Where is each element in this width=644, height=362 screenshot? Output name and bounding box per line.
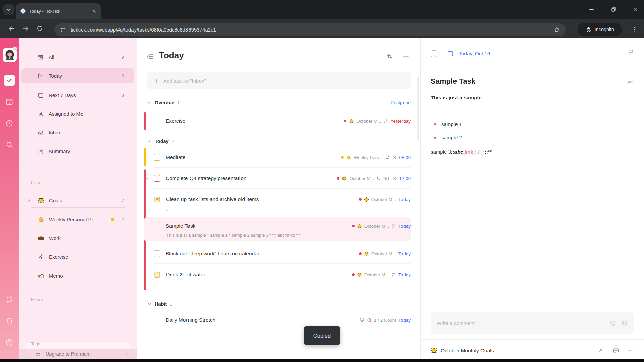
habit-progress-text: 1 / 2 Count bbox=[374, 318, 396, 323]
sidebar-list-weekly-personal[interactable]: Weekly Personal Pr... 2 bbox=[21, 212, 134, 227]
list-more-button[interactable] bbox=[402, 53, 409, 60]
sidebar-list-memo[interactable]: Memo bbox=[21, 268, 134, 283]
task-date: Yesterday bbox=[390, 119, 411, 124]
chevron-down-icon[interactable] bbox=[147, 302, 152, 306]
footer-list-name[interactable]: October Monthly Goals bbox=[441, 348, 494, 354]
comment-input[interactable]: Write a comment bbox=[431, 312, 634, 334]
rail-focus-button[interactable] bbox=[5, 119, 14, 128]
collapse-sidebar-button[interactable] bbox=[146, 53, 154, 60]
sidebar-item-summary[interactable]: Summary bbox=[21, 144, 134, 159]
markdown-line[interactable]: sample 3::abc[link]()*::** bbox=[431, 149, 492, 155]
tab-close-icon[interactable] bbox=[92, 9, 97, 14]
address-bar[interactable]: ticktick.com/webapp/#q/today/tasks/68f0a… bbox=[54, 23, 566, 36]
detail-checkbox[interactable] bbox=[431, 50, 437, 57]
sidebar-item-inbox[interactable]: Inbox bbox=[21, 125, 134, 140]
add-task-input[interactable]: Add task to "Inbox" bbox=[147, 72, 411, 89]
sidebar-list-goals[interactable]: Goals 7 bbox=[21, 193, 134, 208]
task-checkbox[interactable] bbox=[154, 118, 160, 124]
task-row-meditate[interactable]: Meditate Weekly Pers... 08:00 bbox=[144, 148, 411, 166]
comment-bubble-icon[interactable] bbox=[613, 348, 619, 354]
sidebar-item-count: 8 bbox=[121, 93, 124, 98]
sidebar-item-all[interactable]: All 9 bbox=[21, 50, 134, 64]
task-checkbox[interactable] bbox=[154, 175, 160, 182]
sidebar-list-exercise[interactable]: Exercise bbox=[21, 249, 134, 264]
format-icon[interactable] bbox=[598, 348, 604, 354]
task-row-habit[interactable]: Daily Morning Stretch 1 / 2 Count Today bbox=[144, 311, 411, 329]
reload-button[interactable] bbox=[35, 24, 44, 33]
task-row-blockout[interactable]: Block out "deep work" hours on calendar … bbox=[144, 245, 411, 263]
sort-button[interactable] bbox=[386, 53, 393, 60]
tab-search-button[interactable] bbox=[3, 4, 14, 15]
section-habit[interactable]: Habit 1 bbox=[147, 300, 411, 308]
task-title: Block out "deep work" hours on calendar bbox=[166, 251, 259, 257]
rail-help-button[interactable] bbox=[5, 338, 14, 347]
task-detail-panel: Today, Oct 16 Sample Task This is just a… bbox=[420, 38, 644, 359]
person-icon bbox=[38, 111, 44, 117]
upgrade-premium-button[interactable]: Upgrade to Premium bbox=[19, 349, 137, 359]
chevron-right-icon[interactable] bbox=[27, 198, 32, 203]
browser-tab[interactable]: Today - TickTick bbox=[16, 3, 101, 19]
list-star-icon bbox=[364, 197, 369, 202]
more-options-icon[interactable] bbox=[628, 348, 634, 354]
scrollbar-thumb[interactable] bbox=[417, 77, 419, 141]
sidebar-list-work[interactable]: Work bbox=[21, 231, 134, 245]
task-row-drink[interactable]: Drink 2L of water October M... Today bbox=[144, 265, 411, 284]
chevron-down-icon[interactable] bbox=[147, 139, 152, 144]
row-divider bbox=[154, 131, 411, 131]
task-checkbox[interactable] bbox=[154, 223, 160, 229]
window-minimize-button[interactable] bbox=[588, 6, 595, 13]
chevron-down-icon[interactable] bbox=[147, 100, 152, 105]
image-icon[interactable] bbox=[621, 320, 628, 326]
bullet-item[interactable]: sample 2 bbox=[434, 135, 462, 140]
priority-flag-button[interactable] bbox=[628, 49, 635, 56]
habit-checkbox[interactable] bbox=[154, 317, 160, 323]
url-text[interactable]: ticktick.com/webapp/#q/today/tasks/68f0a… bbox=[71, 27, 549, 33]
task-row-sample[interactable]: Sample Task October M... Today bbox=[144, 219, 411, 233]
detail-divider bbox=[421, 71, 644, 71]
browser-menu-button[interactable] bbox=[631, 26, 638, 33]
bell-icon bbox=[5, 317, 13, 325]
rail-sync-button[interactable] bbox=[5, 295, 14, 304]
postpone-link[interactable]: Postpone bbox=[391, 100, 411, 105]
task-description: This is just a sample * sample 1 * sampl… bbox=[166, 233, 401, 238]
sidebar-item-today[interactable]: Today 8 bbox=[21, 68, 134, 83]
task-checkbox[interactable] bbox=[154, 154, 160, 161]
task-detail-title[interactable]: Sample Task bbox=[431, 77, 475, 86]
emoji-icon[interactable] bbox=[610, 320, 616, 326]
task-row-q4[interactable]: Complete Q4 strategy presentation Octobe… bbox=[144, 169, 411, 187]
task-detail-subtitle[interactable]: This is just a sample bbox=[431, 95, 482, 101]
app-window: Today - TickTick ticktick.com/webapp/#q/… bbox=[0, 0, 644, 362]
forward-button[interactable] bbox=[21, 24, 30, 33]
ticktick-favicon bbox=[20, 8, 26, 14]
list-star-icon bbox=[342, 176, 347, 181]
sidebar-item-next7days[interactable]: Next 7 Days 8 bbox=[21, 87, 134, 102]
task-checkbox[interactable] bbox=[154, 250, 160, 257]
due-date-button[interactable]: Today, Oct 16 bbox=[459, 51, 490, 57]
section-overdue[interactable]: Overdue 1 Postpone bbox=[147, 99, 411, 107]
bullet-item[interactable]: sample 1 bbox=[434, 121, 462, 127]
window-close-button[interactable] bbox=[632, 6, 639, 13]
window-restore-button[interactable] bbox=[610, 6, 617, 13]
task-row-cleanup[interactable]: Clean up task lists and archive old item… bbox=[144, 190, 411, 208]
flag-icon bbox=[628, 49, 635, 56]
back-button[interactable] bbox=[7, 24, 16, 33]
rail-notifications-button[interactable] bbox=[5, 316, 14, 325]
section-label: Today bbox=[155, 139, 169, 144]
bookmark-star-icon[interactable] bbox=[554, 26, 560, 33]
expand-chevron-icon[interactable] bbox=[145, 176, 149, 180]
new-tab-button[interactable] bbox=[105, 5, 113, 13]
rail-tasks-button[interactable] bbox=[4, 75, 15, 86]
rail-calendar-button[interactable] bbox=[5, 97, 14, 106]
habit-title: Daily Morning Stretch bbox=[166, 317, 215, 323]
calendar-icon bbox=[5, 98, 13, 106]
outline-button[interactable] bbox=[627, 78, 634, 85]
list-star-icon bbox=[357, 272, 362, 277]
rail-search-button[interactable] bbox=[5, 140, 14, 149]
crown-icon bbox=[35, 351, 41, 357]
alarm-icon bbox=[392, 176, 397, 181]
task-row-exercise[interactable]: Exercise October M... Yesterday bbox=[144, 112, 411, 130]
section-today[interactable]: Today 7 bbox=[147, 137, 411, 145]
site-info-icon[interactable] bbox=[60, 26, 66, 33]
list-star-icon bbox=[431, 347, 437, 354]
sidebar-item-assigned[interactable]: Assigned to Me bbox=[21, 106, 134, 121]
